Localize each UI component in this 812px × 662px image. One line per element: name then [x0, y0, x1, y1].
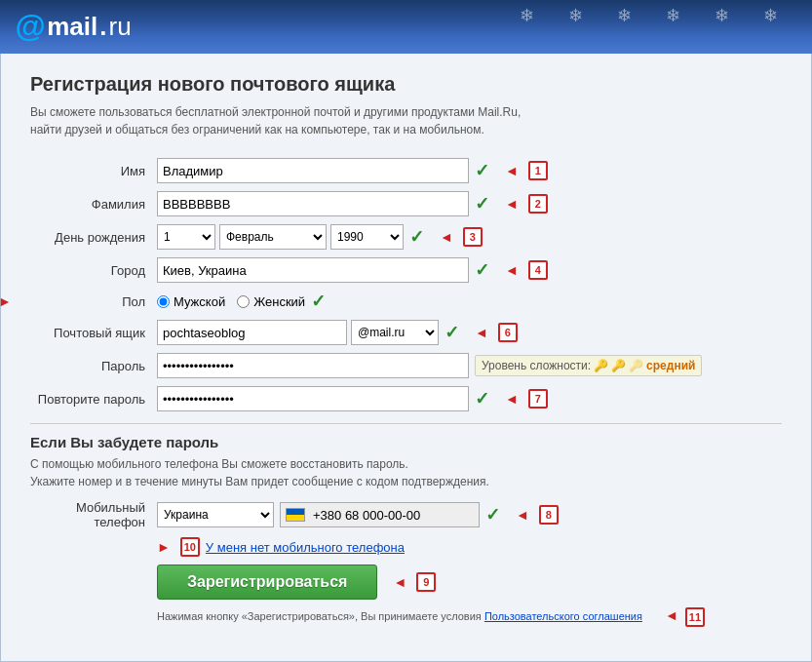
name-label: Имя	[30, 164, 157, 178]
badge-9: 9	[416, 572, 436, 592]
no-phone-row: ► 10 У меня нет мобильного телефона	[30, 537, 782, 557]
arrow-3: ◄	[440, 229, 453, 245]
badge-3: 3	[463, 227, 483, 247]
email-label: Почтовый ящик	[30, 326, 157, 340]
badge-2: 2	[528, 194, 548, 214]
arrow-10: ►	[157, 539, 171, 555]
complexity-badge: Уровень сложности: 🔑 🔑 🔑 средний	[475, 355, 702, 376]
arrow-7: ◄	[505, 391, 519, 407]
arrow-9: ◄	[393, 574, 406, 590]
no-phone-control: ► 10 У меня нет мобильного телефона	[157, 537, 782, 557]
arrow-11: ◄	[665, 607, 678, 623]
arrow-8: ◄	[516, 507, 529, 523]
register-row: Зарегистрироваться ◄ 9	[30, 565, 782, 600]
gender-check: ✓	[311, 291, 326, 312]
ukraine-flag-icon	[286, 508, 305, 522]
password-input[interactable]	[157, 353, 469, 378]
gender-female-option[interactable]: Женский	[237, 294, 305, 309]
birthday-check: ✓	[409, 226, 424, 248]
footer-static-text: Нажимая кнопку «Зарегистрироваться», Вы …	[157, 610, 484, 622]
surname-row: Фамилия ✓ ◄ 2	[30, 191, 782, 216]
phone-input[interactable]	[308, 502, 474, 527]
birthday-label: День рождения	[30, 230, 157, 245]
surname-label: Фамилия	[30, 197, 157, 212]
arrow-4: ◄	[505, 262, 519, 278]
register-button[interactable]: Зарегистрироваться	[157, 565, 377, 600]
city-input[interactable]	[157, 257, 469, 283]
gender-female-radio[interactable]	[237, 295, 250, 308]
gender-female-label: Женский	[253, 294, 305, 309]
city-label: Город	[30, 263, 157, 278]
email-domain-select[interactable]: @mail.ru @inbox.ru @bk.ru @list.ru	[351, 320, 439, 345]
password-control: Уровень сложности: 🔑 🔑 🔑 средний	[157, 353, 782, 378]
email-input[interactable]	[157, 320, 347, 345]
arrow-5: ►	[0, 293, 12, 309]
logo-dot: .	[99, 12, 106, 42]
arrow-1: ◄	[505, 163, 519, 178]
snowflakes-decoration: ❄ ❄ ❄ ❄ ❄ ❄	[520, 5, 793, 26]
key-icon-1: 🔑	[594, 359, 608, 372]
badge-4: 4	[528, 260, 548, 280]
logo: @ mail . ru	[15, 9, 132, 45]
main-content: Регистрация нового почтового ящика Вы см…	[0, 54, 812, 662]
page-subtitle: Вы сможете пользоваться бесплатной элект…	[30, 103, 782, 138]
email-control: @mail.ru @inbox.ru @bk.ru @list.ru ✓ ◄ 6	[157, 320, 782, 345]
gender-options: Мужской Женский	[157, 294, 305, 309]
header: @ mail . ru ❄ ❄ ❄ ❄ ❄ ❄	[0, 0, 812, 54]
city-control: ✓ ◄ 4	[157, 257, 782, 283]
complexity-label: Уровень сложности:	[482, 359, 591, 372]
birthday-day-select[interactable]: 12345	[157, 224, 215, 250]
footer-agreement-link[interactable]: Пользовательского соглашения	[484, 610, 642, 622]
surname-control: ✓ ◄ 2	[157, 191, 782, 216]
phone-check: ✓	[485, 504, 500, 526]
forgot-desc: С помощью мобильного телефона Вы сможете…	[30, 455, 782, 490]
email-row: Почтовый ящик @mail.ru @inbox.ru @bk.ru …	[30, 320, 782, 345]
name-row: Имя ✓ ◄ 1	[30, 158, 782, 183]
birthday-control: 12345 ЯнварьФевральМарт АпрельМайИюнь Ию…	[157, 224, 782, 250]
password-confirm-check: ✓	[475, 388, 489, 409]
forgot-title: Если Вы забудете пароль	[30, 434, 782, 450]
surname-check: ✓	[475, 193, 489, 214]
email-fields: @mail.ru @inbox.ru @bk.ru @list.ru	[157, 320, 439, 345]
gender-male-label: Мужской	[174, 294, 225, 309]
badge-5-container: 5 ►	[0, 292, 12, 311]
gender-male-option[interactable]: Мужской	[157, 294, 225, 309]
birthday-row: День рождения 12345 ЯнварьФевральМарт Ап…	[30, 224, 782, 250]
key-icon-3: 🔑	[629, 359, 643, 372]
register-control: Зарегистрироваться ◄ 9	[157, 565, 782, 600]
surname-input[interactable]	[157, 191, 469, 216]
name-control: ✓ ◄ 1	[157, 158, 782, 183]
logo-at: @	[15, 9, 45, 45]
city-check: ✓	[475, 259, 489, 281]
name-check: ✓	[475, 160, 489, 181]
badge-7: 7	[528, 389, 548, 409]
password-row: Пароль Уровень сложности: 🔑 🔑 🔑 средний	[30, 353, 782, 378]
phone-row: Мобильный телефон Украина Россия Беларус…	[30, 500, 782, 529]
gender-male-radio[interactable]	[157, 295, 170, 308]
birthday-year-select[interactable]: 199019911989	[330, 224, 404, 250]
city-row: Город ✓ ◄ 4	[30, 257, 782, 283]
name-input[interactable]	[157, 158, 469, 183]
birthday-month-select[interactable]: ЯнварьФевральМарт АпрельМайИюнь ИюльАвгу…	[219, 224, 327, 250]
logo-ru: ru	[108, 12, 131, 42]
badge-6: 6	[498, 323, 518, 342]
section-divider	[30, 423, 782, 424]
password-confirm-label: Повторите пароль	[30, 392, 157, 407]
birthday-selects: 12345 ЯнварьФевральМарт АпрельМайИюнь Ию…	[157, 224, 404, 250]
gender-label: Пол	[30, 294, 157, 309]
footer-text: Нажимая кнопку «Зарегистрироваться», Вы …	[157, 607, 782, 627]
password-confirm-row: Повторите пароль ✓ ◄ 7	[30, 386, 782, 411]
logo-mail: mail	[47, 12, 97, 42]
phone-control: Украина Россия Беларусь ✓ ◄ 8	[157, 502, 782, 527]
phone-fields: Украина Россия Беларусь	[157, 502, 480, 527]
email-check: ✓	[445, 322, 459, 343]
no-phone-link[interactable]: У меня нет мобильного телефона	[206, 540, 405, 555]
badge-10: 10	[180, 537, 200, 557]
badge-8: 8	[539, 505, 559, 525]
password-confirm-input[interactable]	[157, 386, 469, 411]
complexity-value: средний	[646, 359, 695, 372]
phone-label: Мобильный телефон	[30, 500, 157, 529]
country-select[interactable]: Украина Россия Беларусь	[157, 502, 274, 527]
gender-row: 5 ► Пол Мужской Женский ✓	[30, 291, 782, 312]
page-title: Регистрация нового почтового ящика	[30, 73, 782, 96]
